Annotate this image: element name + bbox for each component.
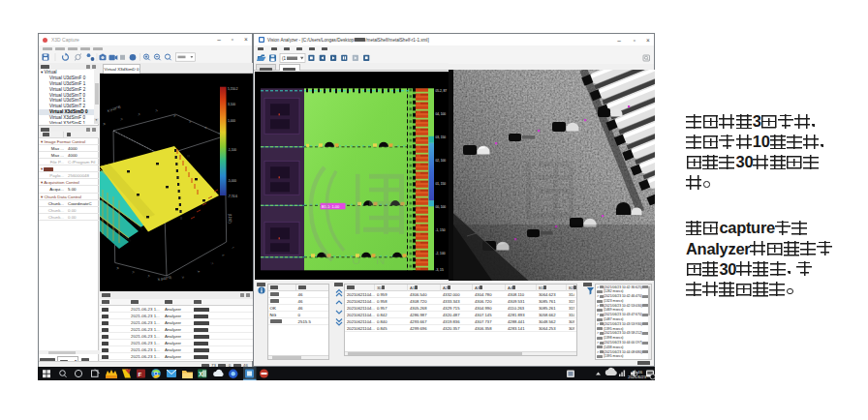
svg-text:0: 0 xyxy=(221,254,225,257)
svg-text:-1, 150: -1, 150 xyxy=(436,227,446,231)
svg-text:5,150.2: 5,150.2 xyxy=(228,87,238,91)
svg-text:U N: U N xyxy=(352,252,390,266)
svg-text:-2: -2 xyxy=(154,108,159,113)
svg-text:3,100: 3,100 xyxy=(228,103,235,106)
svg-text:F: F xyxy=(138,371,141,376)
svg-text:-7,74.6: -7,74.6 xyxy=(228,195,237,198)
svg-text:-8: -8 xyxy=(115,266,120,271)
svg-text:(1: (1 xyxy=(282,56,287,61)
svg-text:-4: -4 xyxy=(196,269,201,274)
svg-text:05.2, 87: 05.2, 87 xyxy=(436,88,448,92)
svg-text:2021/6/23: 2021/6/23 xyxy=(628,374,646,378)
svg-text:10:46: 10:46 xyxy=(633,369,643,374)
svg-text:-3, 15: -3, 15 xyxy=(436,267,444,271)
svg-text:-4: -4 xyxy=(146,274,151,279)
svg-text:00, 100: 00, 100 xyxy=(436,204,447,208)
svg-text:-8: -8 xyxy=(102,122,107,127)
svg-text:1,000: 1,000 xyxy=(228,119,235,123)
svg-text:03, 150: 03, 150 xyxy=(436,135,447,138)
svg-text:02, 100: 02, 100 xyxy=(436,158,447,162)
svg-text:-1,100: -1,100 xyxy=(228,148,236,152)
svg-text:X: X xyxy=(199,370,203,376)
svg-text:VISION: VISION xyxy=(541,238,592,252)
svg-text:2: 2 xyxy=(231,246,234,250)
svg-text:04, 100: 04, 100 xyxy=(436,111,447,115)
svg-text:X (x10^3): X (x10^3) xyxy=(157,276,171,282)
svg-text:-6: -6 xyxy=(131,270,136,275)
svg-text:6: 6 xyxy=(188,120,192,124)
svg-text:-6: -6 xyxy=(119,117,124,122)
svg-text:01, 150: 01, 150 xyxy=(436,181,447,185)
svg-text:X (x10^3): X (x10^3) xyxy=(107,105,121,112)
svg-text:-2: -2 xyxy=(209,261,214,266)
svg-text:-2, 100: -2, 100 xyxy=(436,251,446,255)
svg-text:B5.1: 1.00: B5.1: 1.00 xyxy=(322,203,340,208)
svg-text:-5,000: -5,000 xyxy=(228,179,236,183)
svg-text:-4: -4 xyxy=(137,112,141,117)
svg-text:4: 4 xyxy=(203,126,207,130)
svg-text:(12.67): (12.67) xyxy=(228,214,232,224)
svg-text:-6: -6 xyxy=(180,275,185,280)
